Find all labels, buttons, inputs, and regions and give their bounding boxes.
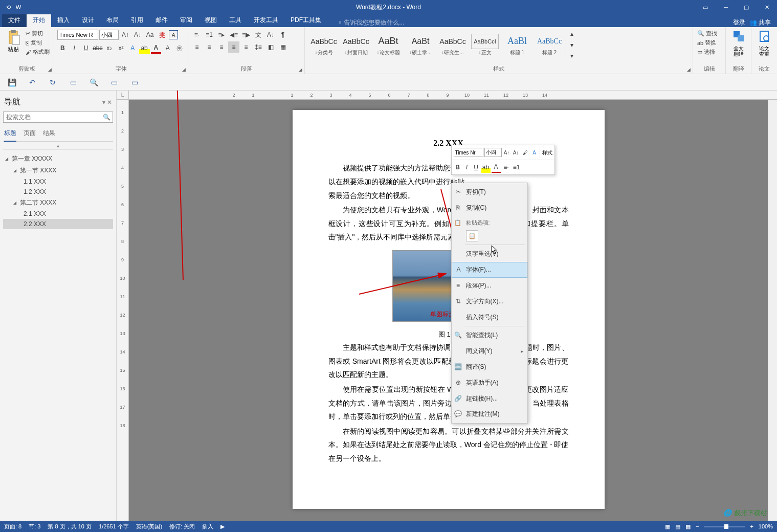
- mini-grow-icon[interactable]: A↑: [503, 147, 511, 158]
- qat-icon-4[interactable]: ▭: [68, 77, 79, 88]
- style-item[interactable]: AaBbCcI↓正文: [469, 28, 501, 61]
- ctx-synonyms[interactable]: 同义词(Y)▸: [452, 343, 527, 359]
- ctx-text-direction[interactable]: ⇅文字方向(X)...: [452, 294, 527, 309]
- paragraph-launcher[interactable]: ◢: [297, 66, 303, 73]
- numbering-icon[interactable]: ≡1: [204, 29, 215, 40]
- view-web-icon[interactable]: ▦: [685, 523, 691, 530]
- underline-icon[interactable]: U: [81, 42, 92, 54]
- minimize-button[interactable]: ─: [716, 0, 736, 14]
- mini-format-painter-icon[interactable]: 🖌: [521, 147, 529, 158]
- grow-font-icon[interactable]: A↑: [120, 29, 131, 40]
- replace-button[interactable]: ab 替换: [696, 38, 722, 47]
- nav-tree-item[interactable]: 2.2 XXX: [3, 219, 113, 229]
- style-item[interactable]: AaBbCc↓研究生...: [437, 28, 469, 61]
- thesis-check-button[interactable]: 论文查重: [754, 28, 774, 58]
- align-left-icon[interactable]: ≡: [191, 41, 203, 53]
- align-center-icon[interactable]: ≡: [204, 41, 215, 53]
- status-section[interactable]: 节: 3: [29, 523, 40, 530]
- sort-icon[interactable]: A↓: [265, 29, 276, 40]
- ctx-hyperlink[interactable]: 🔗超链接(H)...: [452, 391, 527, 407]
- zoom-out-icon[interactable]: −: [696, 523, 699, 529]
- enclose-char-icon[interactable]: ㊥: [174, 42, 185, 54]
- shading-icon[interactable]: ◧: [265, 41, 276, 53]
- status-page[interactable]: 页面: 8: [4, 523, 21, 530]
- line-spacing-icon[interactable]: ‡≡: [253, 41, 264, 53]
- tell-me-input[interactable]: ♀ 告诉我您想要做什么...: [327, 18, 404, 27]
- qat-icon-5[interactable]: 🔍: [88, 77, 99, 88]
- styles-scroll-down[interactable]: ▾: [566, 39, 578, 51]
- nav-tab-pages[interactable]: 页面: [24, 127, 36, 141]
- tab-pdf[interactable]: PDF工具集: [284, 13, 327, 27]
- font-size-combo[interactable]: [99, 30, 119, 40]
- align-right-icon[interactable]: ≡: [216, 41, 227, 53]
- char-border-icon[interactable]: A: [169, 30, 178, 39]
- full-translate-button[interactable]: 全文翻译: [729, 28, 748, 58]
- status-macro-icon[interactable]: ▶: [220, 523, 225, 530]
- cut-button[interactable]: ✂ 剪切: [25, 29, 51, 38]
- qat-save-icon[interactable]: 💾: [6, 77, 17, 88]
- style-item[interactable]: AaBt↓硕士学...: [405, 28, 436, 61]
- mini-bullets-icon[interactable]: ≡·: [502, 162, 511, 173]
- borders-icon[interactable]: ▦: [277, 41, 288, 53]
- qat-icon-6[interactable]: ▭: [108, 77, 120, 88]
- styles-more[interactable]: ▾: [566, 50, 578, 61]
- status-track[interactable]: 修订: 关闭: [169, 523, 195, 530]
- mini-styles-label[interactable]: 样式: [540, 148, 552, 158]
- format-painter-button[interactable]: 🖌 格式刷: [25, 48, 51, 56]
- styles-gallery[interactable]: AaBbCc↓分类号 AaBbCc↓封面日期 AaBt↓论文标题 AaBt↓硕士…: [308, 28, 690, 61]
- vertical-ruler[interactable]: 123456789101112131415161718: [117, 100, 129, 521]
- view-read-icon[interactable]: ▦: [665, 523, 670, 530]
- text-effects-icon[interactable]: A: [127, 42, 138, 54]
- styles-scroll-up[interactable]: ▴: [566, 28, 578, 39]
- mini-shrink-icon[interactable]: A↓: [512, 147, 520, 158]
- qat-icon-7[interactable]: ▭: [129, 77, 140, 88]
- maximize-button[interactable]: ▢: [736, 0, 757, 14]
- status-words[interactable]: 1/2651 个字: [99, 523, 129, 530]
- highlight-icon[interactable]: ab: [139, 42, 150, 54]
- font-launcher[interactable]: ◢: [181, 66, 187, 73]
- mini-highlight-icon[interactable]: ab: [481, 162, 491, 173]
- zoom-in-icon[interactable]: +: [750, 523, 753, 529]
- ribbon-display-icon[interactable]: ▭: [695, 0, 716, 14]
- tab-insert[interactable]: 插入: [51, 13, 76, 27]
- tab-mailings[interactable]: 邮件: [149, 13, 174, 27]
- multilevel-icon[interactable]: ≡▸: [216, 29, 227, 40]
- nav-tree-item[interactable]: ◢第一节 XXXX: [3, 165, 113, 176]
- tab-tools[interactable]: 工具: [223, 13, 248, 27]
- mini-underline-icon[interactable]: U: [472, 162, 480, 173]
- ctx-paragraph[interactable]: ≡段落(P)...: [452, 278, 527, 294]
- document-page[interactable]: 2.2 XXX 视频提供了功能强大的方法帮助您证明您的观点。当您单以在想要添加的…: [293, 110, 605, 509]
- tab-home[interactable]: 开始: [27, 13, 51, 27]
- font-color-icon[interactable]: A: [151, 42, 162, 54]
- ctx-translate[interactable]: 🔤翻译(S): [452, 359, 527, 375]
- decrease-indent-icon[interactable]: ◀≡: [228, 29, 239, 40]
- nav-tab-results[interactable]: 结果: [43, 127, 55, 141]
- superscript-icon[interactable]: x²: [116, 42, 126, 54]
- login-button[interactable]: 登录: [733, 18, 745, 27]
- style-item[interactable]: AaBbCc↓分类号: [308, 28, 340, 61]
- nav-tree-item[interactable]: 2.1 XXX: [3, 209, 113, 219]
- strikethrough-icon[interactable]: abc: [92, 42, 103, 54]
- share-button[interactable]: 👥 共享: [749, 18, 771, 27]
- justify-icon[interactable]: ≡: [228, 41, 239, 53]
- nav-tree-item[interactable]: ◢第二节 XXXX: [3, 197, 113, 209]
- copy-button[interactable]: ⎘ 复制: [25, 38, 51, 47]
- view-print-icon[interactable]: ▤: [675, 523, 680, 530]
- close-button[interactable]: ✕: [757, 0, 777, 14]
- asian-layout-icon[interactable]: 文: [253, 29, 264, 40]
- ctx-hanzi[interactable]: 汉字重选(V): [452, 246, 527, 262]
- mini-bold-icon[interactable]: B: [454, 162, 462, 173]
- mini-font-combo[interactable]: [454, 148, 483, 157]
- nav-tree-item[interactable]: ◢第一章 XXXXX: [3, 153, 113, 165]
- clipboard-launcher[interactable]: ◢: [47, 66, 53, 73]
- mini-styles-icon[interactable]: A: [530, 147, 539, 158]
- distribute-icon[interactable]: ≡: [240, 41, 252, 53]
- style-item[interactable]: AaBbCc↓封面日期: [340, 28, 372, 61]
- mini-size-combo[interactable]: [484, 148, 502, 157]
- horizontal-ruler[interactable]: 211234567891011121314: [129, 91, 777, 100]
- nav-tree-item[interactable]: 1.1 XXX: [3, 176, 113, 187]
- nav-search-input[interactable]: [4, 112, 100, 122]
- ctx-copy[interactable]: ⎘复制(C): [452, 200, 527, 216]
- font-name-combo[interactable]: [57, 30, 98, 40]
- bold-icon[interactable]: B: [57, 42, 68, 54]
